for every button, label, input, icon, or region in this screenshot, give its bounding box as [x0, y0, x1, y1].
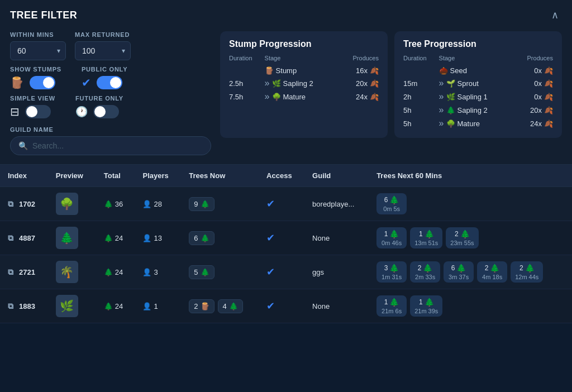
cell-players-1: 👤 13 — [135, 221, 181, 255]
tree-next-time: 12m 44s — [515, 274, 538, 280]
cell-access-1: ✔ — [259, 221, 304, 255]
cell-trees-next-2: 3 🌲 1m 31s 2 🌲 2m 33s — [369, 255, 572, 289]
filter-row-2: SHOW STUMPS 🪵 PUBLIC ONLY ✔ — [10, 66, 211, 89]
person-icon: 👤 — [142, 268, 151, 276]
collapse-button[interactable]: ∧ — [548, 8, 562, 22]
tree-now-icon: 🌲 — [201, 268, 209, 276]
table-row: ⧉ 4887 🌲 🌲 24 👤 13 6 🌲 — [0, 221, 572, 255]
tree-next-badge: 2 🌲 4m 18s — [477, 261, 507, 283]
tree-progression-table: Duration Stage Produces — [403, 55, 553, 130]
stump-col-stage: Stage — [265, 55, 339, 65]
cell-guild-1: None — [304, 221, 369, 255]
cell-trees-next-0: 6 🌲 0m 5s — [369, 187, 572, 221]
guild-name-label: GUILD NAME — [10, 126, 211, 133]
stump-r1-stage: 🪵 Stump — [265, 65, 339, 77]
cell-preview-1: 🌲 — [48, 221, 96, 255]
preview-image-3: 🌿 — [56, 295, 78, 317]
checkmark-icon: ✔ — [82, 76, 91, 89]
tree-next-time: 0m 46s — [382, 240, 402, 246]
copy-icon[interactable]: ⧉ — [8, 267, 13, 277]
arrow-mature: » — [439, 118, 444, 128]
tree-now-icon: 🪵 — [201, 302, 209, 310]
cell-index-2: ⧉ 2721 — [0, 255, 48, 289]
stump-progression-table: Duration Stage Produces — [229, 55, 379, 103]
tree-icon: 🌲 — [104, 200, 113, 208]
simple-view-label: SIMPLE VIEW — [10, 95, 55, 102]
copy-icon[interactable]: ⧉ — [8, 233, 13, 243]
tree-row-seed: 🌰 Seed 0x🍂 — [403, 65, 553, 77]
tree-icon: 🌲 — [104, 268, 113, 276]
future-only-toggle[interactable] — [93, 105, 119, 118]
copy-icon[interactable]: ⧉ — [8, 199, 13, 209]
stump-row-3: 7.5h » 🌳 Mature — [229, 90, 379, 103]
stump-row-2: 2.5h » 🌿 Sapling 2 — [229, 77, 379, 90]
filter-row-3: SIMPLE VIEW ⊟ FUTURE ONLY 🕐 — [10, 95, 211, 118]
public-only-group: PUBLIC ONLY ✔ — [82, 66, 127, 89]
cell-preview-2: 🌴 — [48, 255, 96, 289]
guild-search-input[interactable] — [32, 141, 203, 150]
stump-col-produces: Produces — [339, 55, 379, 65]
filter-panel: TREE FILTER ∧ WITHIN MINS 30 60 90 120 — [0, 0, 572, 165]
filter-left: WITHIN MINS 30 60 90 120 ▾ MAX R — [10, 31, 211, 155]
cell-trees-now-3: 2 🪵 4 🌲 — [181, 289, 259, 323]
data-table-section: Index Preview Total Players Trees Now Ac… — [0, 165, 572, 392]
future-only-toggle-row: 🕐 — [75, 105, 123, 118]
tree-icon: 🌲 — [104, 302, 113, 310]
col-index: Index — [0, 165, 48, 187]
within-mins-select-wrapper: 30 60 90 120 ▾ — [10, 41, 66, 60]
table-row: ⧉ 1883 🌿 🌲 24 👤 1 2 🪵 — [0, 289, 572, 323]
tree-next-time: 13m 51s — [414, 240, 438, 246]
tree-next-time: 3m 37s — [449, 274, 469, 280]
tree-now-icon: 🌲 — [201, 234, 209, 242]
trees-now-badge: 2 🪵 — [189, 299, 214, 313]
tree-next-badge: 6 🌲 0m 5s — [376, 193, 407, 214]
tree-col-duration: Duration — [403, 55, 439, 65]
tree-now-icon: 🌲 — [201, 200, 209, 208]
tree-next-time: 21m 6s — [382, 308, 402, 314]
cell-total-2: 🌲 24 — [96, 255, 135, 289]
public-only-label: PUBLIC ONLY — [82, 66, 127, 73]
arrow-sapling2: » — [439, 105, 444, 115]
progression-cards: Stump Progression Duration Stage Produce… — [220, 31, 562, 138]
cell-trees-now-1: 6 🌲 — [181, 221, 259, 255]
filter-row-1: WITHIN MINS 30 60 90 120 ▾ MAX R — [10, 31, 211, 60]
tree-next-time: 1m 31s — [382, 274, 402, 280]
col-trees-next: Trees Next 60 Mins — [369, 165, 572, 187]
simple-view-toggle[interactable] — [25, 105, 51, 118]
within-mins-select[interactable]: 30 60 90 120 — [10, 41, 66, 60]
trees-next-cell: 6 🌲 0m 5s — [376, 193, 564, 214]
cell-total-3: 🌲 24 — [96, 289, 135, 323]
stump-r1-produces: 16x 🍂 — [339, 65, 379, 77]
col-players: Players — [135, 165, 181, 187]
cell-trees-next-3: 1 🌲 21m 6s 1 🌲 21m 39s — [369, 289, 572, 323]
stump-r1-duration — [229, 65, 265, 77]
green-tree-icon: 🌲 — [525, 264, 535, 273]
copy-icon[interactable]: ⧉ — [8, 302, 13, 311]
show-stumps-toggle[interactable] — [30, 76, 55, 89]
cell-index-3: ⧉ 1883 — [0, 289, 48, 323]
cell-preview-3: 🌿 — [48, 289, 96, 323]
tree-next-badge: 1 🌲 21m 39s — [410, 295, 442, 317]
public-only-toggle-row: ✔ — [82, 76, 127, 89]
trees-next-cell: 1 🌲 21m 6s 1 🌲 21m 39s — [376, 295, 564, 317]
tree-next-badge: 2 🌲 23m 55s — [446, 227, 478, 248]
stump-row-1: 🪵 Stump 16x 🍂 — [229, 65, 379, 77]
public-only-toggle[interactable] — [97, 76, 122, 89]
cell-total-1: 🌲 24 — [96, 221, 135, 255]
cell-guild-3: None — [304, 289, 369, 323]
filter-title: TREE FILTER — [10, 9, 77, 21]
max-returned-select[interactable]: 50 100 200 500 — [75, 41, 131, 60]
green-tree-icon: 🌲 — [460, 230, 470, 238]
cell-index-0: ⧉ 1702 — [0, 187, 48, 221]
within-mins-group: WITHIN MINS 30 60 90 120 ▾ — [10, 31, 66, 60]
green-tree-icon: 🌲 — [490, 264, 499, 273]
green-tree-icon: 🌲 — [425, 298, 434, 307]
col-access: Access — [259, 165, 304, 187]
col-preview: Preview — [48, 165, 96, 187]
tree-icon: 🌲 — [104, 234, 113, 242]
tree-row-sapling1: 2h » 🌿 Sapling 1 — [403, 90, 553, 103]
preview-image-1: 🌲 — [56, 227, 78, 249]
cell-trees-now-2: 5 🌲 — [181, 255, 259, 289]
green-tree-icon: 🌲 — [389, 264, 399, 273]
app-container: TREE FILTER ∧ WITHIN MINS 30 60 90 120 — [0, 0, 572, 392]
